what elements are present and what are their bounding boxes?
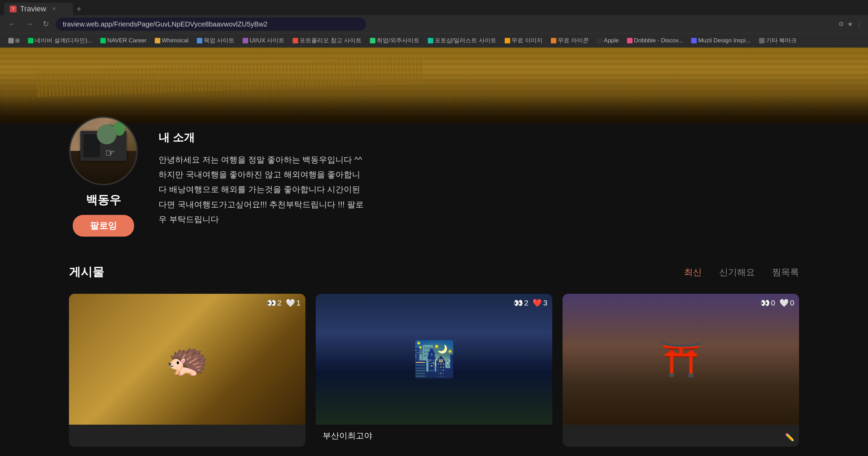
bookmark-whimsical[interactable]: Whimsical xyxy=(152,37,191,45)
tab-favicon: T xyxy=(10,6,17,12)
like-reaction-3: 🤍 0 xyxy=(779,299,794,308)
posts-grid: 👀 2 🤍 1 👀 2 xyxy=(69,294,799,447)
posts-section: 게시물 최신 신기해요 찜목록 👀 2 🤍 1 xyxy=(0,250,868,456)
forward-button[interactable]: → xyxy=(23,18,36,30)
like-count-1: 1 xyxy=(296,299,301,308)
tab-wishlist[interactable]: 찜목록 xyxy=(772,266,799,278)
bookmark-naver-design[interactable]: 네이버 설계(디자인)... xyxy=(25,36,95,45)
address-bar-row: ← → ↻ ⚙ ★ ⋮ xyxy=(0,15,868,33)
like-count-2: 3 xyxy=(543,299,547,308)
back-button[interactable]: ← xyxy=(6,18,19,30)
bookmark-portfolio[interactable]: 포트폴리오 참고 사이트 xyxy=(290,36,364,45)
bookmark-icon[interactable]: ★ xyxy=(847,20,853,28)
bookmark-muzli[interactable]: Muzli Design Inspi... xyxy=(688,37,753,45)
like-reaction-2: ❤️ 3 xyxy=(533,299,547,308)
post-image-3 xyxy=(563,294,799,425)
bookmarks-bar: ⊞ 네이버 설계(디자인)... NAVER Career Whimsical … xyxy=(0,33,868,48)
like-count-3: 0 xyxy=(790,299,794,308)
like-reaction-1: 🤍 1 xyxy=(286,299,301,308)
bookmark-uiux[interactable]: UI/UX 사이트 xyxy=(240,36,287,45)
tab-latest[interactable]: 최신 xyxy=(684,266,702,278)
tab-interesting[interactable]: 신기해요 xyxy=(719,266,755,278)
avatar xyxy=(69,116,138,185)
post-title-2: 부산이최고야 xyxy=(316,425,552,447)
heart-icon-1: 🤍 xyxy=(286,299,295,308)
address-input[interactable] xyxy=(56,18,366,31)
posts-header: 게시물 최신 신기해요 찜목록 xyxy=(69,264,799,280)
edit-icon-3[interactable]: ✏️ xyxy=(785,433,794,442)
bookmark-naver-career[interactable]: NAVER Career xyxy=(98,37,149,45)
username: 백동우 xyxy=(86,192,121,208)
bookmark-mockup[interactable]: 목업 사이트 xyxy=(194,36,238,45)
tab-title: Traview xyxy=(20,4,46,13)
bookmark-free-img[interactable]: 무료 이미지 xyxy=(502,36,545,45)
view-count-3: 0 xyxy=(771,299,775,308)
profile-intro-title: 내 소개 xyxy=(159,130,365,145)
profile-left: 백동우 팔로잉 xyxy=(69,116,138,237)
post-image-2 xyxy=(316,294,552,425)
view-reaction-3: 👀 0 xyxy=(760,299,775,308)
post-image-1 xyxy=(69,294,305,425)
refresh-button[interactable]: ↻ xyxy=(40,18,52,30)
active-tab[interactable]: T Traview × xyxy=(4,3,73,15)
eyes-icon-2: 👀 xyxy=(514,299,523,308)
avatar-image xyxy=(70,118,137,184)
post-card-2[interactable]: 👀 2 ❤️ 3 부산이최고야 xyxy=(316,294,552,447)
bookmark-photoshop[interactable]: 포토샵/일러스트 사이트 xyxy=(425,36,499,45)
follow-button[interactable]: 팔로잉 xyxy=(73,215,134,237)
view-reaction-1: 👀 2 xyxy=(267,299,282,308)
heart-icon-2: ❤️ xyxy=(533,299,542,308)
view-count-1: 2 xyxy=(277,299,282,308)
tab-close-button[interactable]: × xyxy=(52,6,55,12)
eyes-icon-1: 👀 xyxy=(267,299,276,308)
heart-icon-3: 🤍 xyxy=(779,299,789,308)
profile-right: 내 소개 안녕하세요 저는 여행을 정말 좋아하는 백동우입니다 ^^ 하지만 … xyxy=(159,116,365,227)
page-content: ||||||||||||||||||||||||||||||||||||||||… xyxy=(0,48,868,456)
bookmark-dribbble[interactable]: Dribbble - Discov... xyxy=(624,37,686,45)
view-reaction-2: 👀 2 xyxy=(514,299,528,308)
bookmark-grid[interactable]: ⊞ xyxy=(6,37,22,44)
profile-bio: 안녕하세요 저는 여행을 정말 좋아하는 백동우입니다 ^^ 하지만 국내여행을… xyxy=(159,152,365,227)
profile-section: 백동우 팔로잉 내 소개 안녕하세요 저는 여행을 정말 좋아하는 백동우입니다… xyxy=(0,103,868,250)
post-reactions-2: 👀 2 ❤️ 3 xyxy=(514,299,548,308)
posts-section-title: 게시물 xyxy=(69,264,104,280)
post-card-3[interactable]: 👀 0 🤍 0 ✏️ xyxy=(563,294,799,447)
bookmark-free-icon[interactable]: 무료 아이콘 xyxy=(548,36,592,45)
post-reactions-1: 👀 2 🤍 1 xyxy=(267,299,301,308)
post-reactions-3: 👀 0 🤍 0 xyxy=(760,299,795,308)
bookmark-apple[interactable]: Apple xyxy=(594,37,622,45)
menu-icon[interactable]: ⋮ xyxy=(856,20,862,28)
eyes-icon-3: 👀 xyxy=(760,299,770,308)
extensions-icon[interactable]: ⚙ xyxy=(838,20,844,28)
browser-chrome: T Traview × + ← → ↻ ⚙ ★ ⋮ ⊞ 네이버 설계(디자인).… xyxy=(0,0,868,48)
post-card-1[interactable]: 👀 2 🤍 1 xyxy=(69,294,305,447)
view-count-2: 2 xyxy=(524,299,528,308)
posts-tabs: 최신 신기해요 찜목록 xyxy=(684,266,799,278)
bookmark-other[interactable]: 기타 북마크 xyxy=(756,36,800,45)
tab-bar: T Traview × + xyxy=(0,0,868,15)
new-tab-button[interactable]: + xyxy=(73,3,85,15)
bookmark-jobs[interactable]: 취업/외주사이트 xyxy=(367,36,422,45)
